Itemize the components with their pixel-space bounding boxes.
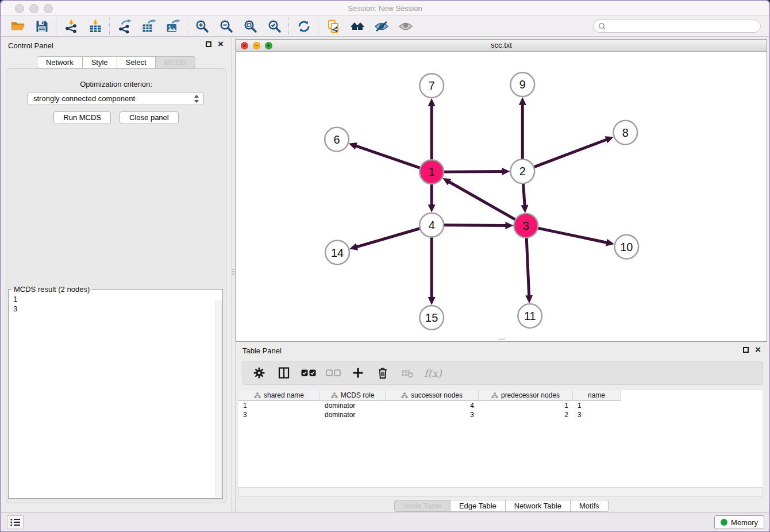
toolbar-separator bbox=[187, 18, 188, 35]
graph-node-label: 6 bbox=[334, 133, 340, 146]
zoom-selected-icon[interactable] bbox=[263, 17, 287, 36]
tab-mcds[interactable]: MCDS bbox=[156, 56, 195, 68]
tab-node-table[interactable]: Node Table bbox=[394, 500, 451, 512]
run-mcds-button[interactable]: Run MCDS bbox=[53, 111, 111, 124]
graph-node-label: 2 bbox=[519, 165, 526, 178]
window-close-button[interactable] bbox=[15, 4, 24, 13]
session-title: Session: New Session bbox=[1, 1, 769, 16]
import-network-icon[interactable] bbox=[59, 17, 83, 36]
table-cell[interactable]: dominator bbox=[320, 410, 386, 419]
toolbar-separator bbox=[56, 18, 57, 35]
task-history-button[interactable] bbox=[7, 515, 24, 529]
table-cell[interactable]: 3 bbox=[573, 410, 621, 419]
window-minimize-button[interactable] bbox=[29, 4, 38, 13]
tab-select[interactable]: Select bbox=[117, 56, 156, 68]
float-panel-icon[interactable] bbox=[206, 41, 211, 47]
tab-motifs[interactable]: Motifs bbox=[571, 500, 609, 512]
zoom-in-icon[interactable] bbox=[190, 17, 214, 36]
panel-splitter[interactable] bbox=[231, 37, 236, 512]
table-header-row: shared nameMCDS rolesuccessor nodesprede… bbox=[238, 390, 763, 401]
show-columns-icon[interactable] bbox=[276, 365, 292, 381]
mcds-result-title: MCDS result (2 nodes) bbox=[12, 285, 91, 294]
network-minimize-icon[interactable]: − bbox=[253, 42, 260, 49]
column-sort-icon bbox=[401, 392, 408, 399]
criterion-select[interactable]: strongly connected component bbox=[27, 92, 204, 105]
add-column-icon[interactable] bbox=[350, 365, 366, 381]
column-header-successor-nodes[interactable]: successor nodes bbox=[386, 390, 479, 401]
export-image-icon[interactable] bbox=[161, 17, 185, 36]
graph-node-label: 11 bbox=[524, 310, 536, 322]
table-cell[interactable]: 3 bbox=[238, 410, 320, 419]
table-row[interactable]: 1dominator411 bbox=[238, 401, 763, 410]
memory-label: Memory bbox=[731, 518, 758, 527]
column-header-label: name bbox=[588, 391, 605, 399]
zoom-fit-icon[interactable] bbox=[238, 17, 263, 36]
column-sort-icon bbox=[254, 392, 261, 399]
table-cell[interactable]: 2 bbox=[479, 410, 573, 419]
column-sort-icon bbox=[491, 392, 498, 399]
open-session-icon[interactable] bbox=[6, 17, 30, 36]
close-panel-button[interactable]: Close panel bbox=[120, 111, 179, 124]
mcds-result-text: 1 3 bbox=[9, 294, 222, 314]
zoom-out-icon[interactable] bbox=[214, 17, 238, 36]
network-canvas[interactable]: 7968124314101511 bbox=[236, 52, 767, 341]
close-panel-icon[interactable]: × bbox=[218, 40, 224, 48]
float-table-panel-icon[interactable] bbox=[743, 347, 749, 353]
network-window-titlebar[interactable]: × − + scc.txt bbox=[236, 40, 767, 52]
network-close-icon[interactable]: × bbox=[241, 42, 248, 49]
tab-edge-table[interactable]: Edge Table bbox=[451, 500, 506, 512]
save-session-icon[interactable] bbox=[30, 17, 54, 36]
close-table-panel-icon[interactable]: × bbox=[755, 346, 761, 354]
column-header-label: successor nodes bbox=[411, 391, 463, 399]
hide-selected-icon[interactable] bbox=[369, 17, 394, 36]
toolbar-separator bbox=[318, 18, 319, 35]
search-field[interactable] bbox=[593, 20, 761, 33]
new-network-from-selection-icon[interactable] bbox=[321, 17, 345, 36]
canvas-resize-grip-icon[interactable] bbox=[498, 337, 505, 340]
graph-node-label: 15 bbox=[425, 311, 438, 324]
refresh-view-icon[interactable] bbox=[292, 17, 316, 36]
table-row[interactable]: 3dominator323 bbox=[238, 410, 763, 419]
table-cell[interactable]: 1 bbox=[479, 401, 573, 410]
table-horizontal-scrollbar[interactable] bbox=[238, 487, 763, 497]
export-network-icon[interactable] bbox=[113, 17, 137, 36]
table-cell[interactable]: 1 bbox=[573, 401, 621, 410]
window-maximize-button[interactable] bbox=[44, 4, 53, 13]
graph-node-label: 8 bbox=[622, 126, 629, 139]
memory-button[interactable]: Memory bbox=[714, 515, 764, 529]
table-cell[interactable]: 1 bbox=[238, 401, 320, 410]
table-cell[interactable]: 3 bbox=[386, 410, 479, 419]
tab-network[interactable]: Network bbox=[37, 56, 83, 68]
select-all-checked-icon[interactable] bbox=[301, 365, 317, 381]
delete-column-icon[interactable] bbox=[375, 365, 391, 381]
result-scrollbar[interactable] bbox=[215, 300, 222, 497]
column-header-MCDS-role[interactable]: MCDS role bbox=[320, 390, 386, 401]
control-panel: Control Panel × Network Style Select MCD… bbox=[1, 37, 231, 512]
mcds-tab-panel: Optimization criterion: strongly connect… bbox=[6, 68, 226, 503]
table-cell[interactable]: dominator bbox=[320, 401, 386, 410]
tab-style[interactable]: Style bbox=[83, 56, 117, 68]
main-toolbar bbox=[1, 16, 769, 37]
deselect-all-icon[interactable] bbox=[325, 365, 341, 381]
table-panel: Table Panel × bbox=[236, 343, 767, 512]
table-panel-title: Table Panel bbox=[242, 346, 282, 355]
splitter-grip-icon bbox=[232, 268, 234, 276]
table-cell[interactable]: 4 bbox=[386, 401, 479, 410]
tab-network-table[interactable]: Network Table bbox=[506, 500, 571, 512]
column-sort-icon bbox=[331, 392, 338, 399]
column-header-predecessor-nodes[interactable]: predecessor nodes bbox=[479, 390, 573, 401]
graph-node-label: 14 bbox=[331, 246, 344, 259]
settings-gear-icon[interactable] bbox=[251, 365, 267, 381]
list-icon bbox=[10, 517, 21, 527]
export-table-icon[interactable] bbox=[137, 17, 161, 36]
column-header-shared-name[interactable]: shared name bbox=[238, 390, 320, 401]
control-panel-tabs: Network Style Select MCDS bbox=[1, 56, 231, 68]
import-table-icon[interactable] bbox=[83, 17, 107, 36]
network-maximize-icon[interactable]: + bbox=[265, 42, 272, 49]
show-all-icon[interactable] bbox=[394, 17, 418, 36]
control-panel-title: Control Panel bbox=[8, 41, 53, 50]
network-view-window: × − + scc.txt 7968124314101511 bbox=[236, 39, 767, 342]
search-input[interactable] bbox=[609, 22, 756, 30]
home-layout-icon[interactable] bbox=[345, 17, 369, 36]
column-header-name[interactable]: name bbox=[573, 390, 621, 401]
